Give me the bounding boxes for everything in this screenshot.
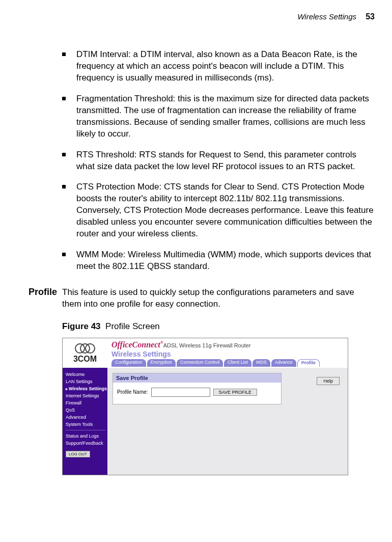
section-body-profile: This feature is used to quickly setup th… [62,287,375,310]
section-name: Wireless Settings [297,12,356,21]
brand-line: OfficeConnect®ADSL Wireless 11g Firewall… [111,340,344,349]
list-item: DTIM Interval: a DTIM interval, also kno… [62,49,375,84]
list-item: CTS Protection Mode: CTS stands for Clea… [62,181,375,240]
section-heading-profile: Profile [12,287,62,297]
tab-client-list[interactable]: Client List [224,359,251,367]
figure-number: Figure 43 [62,321,101,331]
help-button[interactable]: Help [317,377,340,385]
list-item: RTS Threshold: RTS stands for Request to… [62,149,375,173]
tab-advance[interactable]: Advance [271,359,296,367]
list-item: Fragmentation Threshold: this is the max… [62,93,375,140]
logo-text: 3COM [73,355,97,364]
sidebar-item-lan-settings[interactable]: LAN Settings [66,378,105,385]
running-header: Wireless Settings 53 [12,12,375,21]
sidebar-item-support-feedback[interactable]: Support/Feedback [66,440,105,447]
profile-screenshot: 3COM OfficeConnect®ADSL Wireless 11g Fir… [62,338,348,475]
sidebar-item-advanced[interactable]: Advanced [66,414,105,421]
panel-title: Save Profile [113,373,281,383]
save-profile-panel: Save Profile Profile Name: SAVE PROFILE [113,373,282,404]
tab-configuration[interactable]: Configuration [111,359,146,367]
tab-encryption[interactable]: Encryption [147,359,176,367]
sidebar-item-status-logs[interactable]: Status and Logs [66,432,105,440]
sidebar-item-welcome[interactable]: Welcome [66,371,105,378]
page-number: 53 [366,12,375,21]
sidebar-item-system-tools[interactable]: System Tools [66,421,105,428]
tab-profile[interactable]: Profile [297,359,320,367]
logout-button[interactable]: LOG OUT [66,451,90,457]
rings-icon [75,342,95,354]
tab-connection-control[interactable]: Connection Control [177,359,223,367]
brand-subsection: Wireless Settings [111,350,344,358]
tab-wds[interactable]: WDS [253,359,270,367]
save-profile-button[interactable]: SAVE PROFILE [213,389,257,396]
bullet-list: DTIM Interval: a DTIM interval, also kno… [62,49,375,273]
sidebar-item-internet-settings[interactable]: Internet Settings [66,392,105,399]
sidebar: Welcome LAN Settings Wireless Settings I… [63,368,107,475]
tab-strip: Configuration Encryption Connection Cont… [111,359,344,367]
figure-caption: Figure 43 Profile Screen [62,321,375,332]
sidebar-item-qos[interactable]: QoS [66,406,105,414]
sidebar-item-wireless-settings[interactable]: Wireless Settings [66,385,105,392]
list-item: WMM Mode: Wireless Multimedia (WMM) mode… [62,249,375,273]
sidebar-item-firewall[interactable]: Firewall [66,399,105,406]
profile-name-input[interactable] [151,388,210,397]
figure-title: Profile Screen [105,321,160,331]
profile-name-label: Profile Name: [117,389,148,395]
sidebar-divider [66,430,105,430]
vendor-logo: 3COM [63,338,107,368]
